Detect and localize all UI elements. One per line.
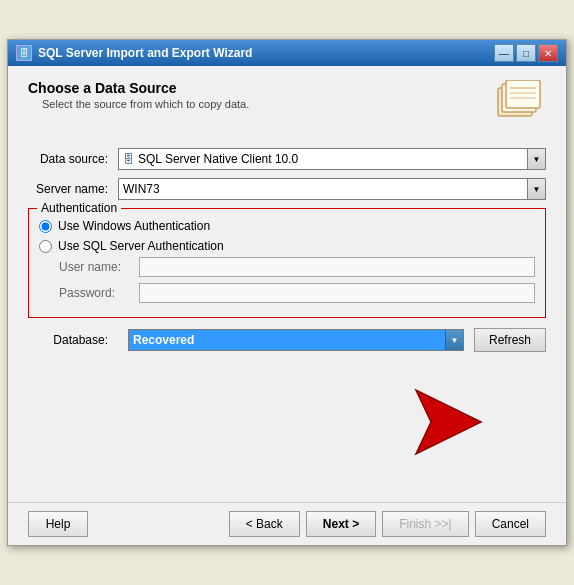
authentication-legend: Authentication <box>37 201 121 215</box>
server-name-control: WIN73 ▼ <box>118 178 546 200</box>
sql-auth-radio[interactable] <box>39 240 52 253</box>
server-name-value: WIN73 <box>119 182 527 196</box>
minimize-button[interactable]: — <box>494 44 514 62</box>
title-bar: 🗄 SQL Server Import and Export Wizard — … <box>8 40 566 66</box>
window-title: SQL Server Import and Export Wizard <box>38 46 252 60</box>
window-icon: 🗄 <box>16 45 32 61</box>
dialog-content: Choose a Data Source Select the source f… <box>8 66 566 502</box>
maximize-button[interactable]: □ <box>516 44 536 62</box>
server-name-row: Server name: WIN73 ▼ <box>28 178 546 200</box>
database-label: Database: <box>28 333 118 347</box>
data-source-select[interactable]: 🗄 SQL Server Native Client 10.0 ▼ <box>118 148 546 170</box>
database-value: Recovered <box>129 333 445 347</box>
cancel-button[interactable]: Cancel <box>475 511 546 537</box>
title-bar-left: 🗄 SQL Server Import and Export Wizard <box>16 45 252 61</box>
main-window: 🗄 SQL Server Import and Export Wizard — … <box>7 39 567 546</box>
data-source-row: Data source: 🗄 SQL Server Native Client … <box>28 148 546 170</box>
server-name-dropdown-arrow[interactable]: ▼ <box>527 179 545 199</box>
wizard-icon <box>494 80 546 132</box>
title-bar-controls: — □ ✕ <box>494 44 558 62</box>
data-source-control: 🗄 SQL Server Native Client 10.0 ▼ <box>118 148 546 170</box>
authentication-group: Authentication Use Windows Authenticatio… <box>28 208 546 318</box>
help-button[interactable]: Help <box>28 511 88 537</box>
arrow-area <box>28 352 546 492</box>
data-source-value: SQL Server Native Client 10.0 <box>134 152 527 166</box>
data-source-label: Data source: <box>28 152 118 166</box>
password-label: Password: <box>59 286 139 300</box>
username-label: User name: <box>59 260 139 274</box>
database-select[interactable]: Recovered ▼ <box>128 329 464 351</box>
sql-auth-label: Use SQL Server Authentication <box>58 239 224 253</box>
finish-button: Finish >>| <box>382 511 468 537</box>
windows-auth-label: Use Windows Authentication <box>58 219 210 233</box>
next-arrow-indicator <box>396 385 486 460</box>
svg-marker-6 <box>416 390 481 454</box>
close-button[interactable]: ✕ <box>538 44 558 62</box>
sql-auth-row: Use SQL Server Authentication <box>39 239 535 253</box>
next-button[interactable]: Next > <box>306 511 376 537</box>
password-row: Password: <box>59 283 535 303</box>
auth-fields: User name: Password: <box>59 257 535 303</box>
data-source-dropdown-arrow[interactable]: ▼ <box>527 149 545 169</box>
server-name-select[interactable]: WIN73 ▼ <box>118 178 546 200</box>
back-button[interactable]: < Back <box>229 511 300 537</box>
database-row: Database: Recovered ▼ Refresh <box>28 328 546 352</box>
server-name-label: Server name: <box>28 182 118 196</box>
username-row: User name: <box>59 257 535 277</box>
page-subtitle: Select the source from which to copy dat… <box>42 98 249 110</box>
svg-rect-2 <box>506 80 540 108</box>
bottom-bar: Help < Back Next > Finish >>| Cancel <box>8 502 566 545</box>
database-icon: 🗄 <box>119 153 134 165</box>
database-dropdown-arrow[interactable]: ▼ <box>445 330 463 350</box>
page-title: Choose a Data Source <box>28 80 249 96</box>
windows-auth-radio[interactable] <box>39 220 52 233</box>
password-input[interactable] <box>139 283 535 303</box>
windows-auth-row: Use Windows Authentication <box>39 219 535 233</box>
refresh-button[interactable]: Refresh <box>474 328 546 352</box>
username-input[interactable] <box>139 257 535 277</box>
header-text: Choose a Data Source Select the source f… <box>28 80 249 110</box>
header-section: Choose a Data Source Select the source f… <box>28 80 546 132</box>
